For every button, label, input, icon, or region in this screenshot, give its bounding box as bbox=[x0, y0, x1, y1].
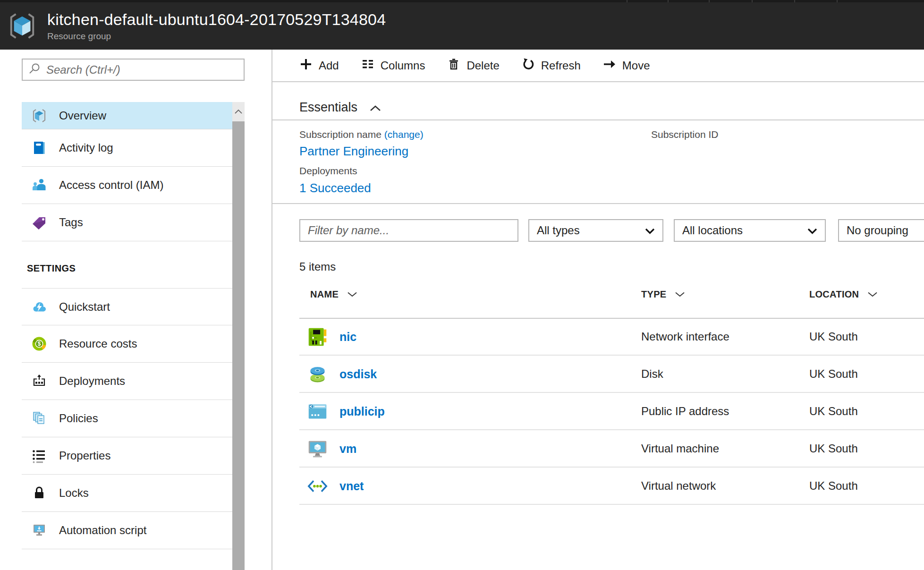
divider bbox=[272, 119, 924, 120]
essentials-toggle[interactable]: Essentials bbox=[299, 95, 381, 119]
columns-icon bbox=[361, 58, 374, 74]
column-header-location[interactable]: LOCATION bbox=[809, 289, 878, 300]
table-row[interactable]: osdisk Disk UK South bbox=[299, 356, 924, 393]
sidebar-item-properties[interactable]: Properties bbox=[22, 437, 233, 475]
type-filter-dropdown[interactable]: All types bbox=[528, 219, 663, 242]
resource-link[interactable]: publicip bbox=[339, 404, 385, 418]
grouping-dropdown[interactable]: No grouping bbox=[838, 219, 924, 242]
trash-icon bbox=[447, 58, 460, 74]
delete-button[interactable]: Delete bbox=[447, 58, 499, 74]
settings-section-header: SETTINGS bbox=[27, 263, 76, 274]
chevron-up-icon bbox=[370, 100, 381, 115]
sidebar-item-automation-script[interactable]: Automation script bbox=[22, 512, 233, 549]
resource-costs-icon: $ bbox=[32, 336, 47, 351]
subscription-name-label: Subscription name (change) bbox=[299, 129, 424, 140]
table-row[interactable]: nic Network interface UK South bbox=[299, 318, 924, 356]
resource-link[interactable]: vnet bbox=[339, 479, 364, 493]
sidebar-item-resource-costs[interactable]: $ Resource costs bbox=[22, 325, 233, 363]
column-header-name[interactable]: NAME bbox=[310, 289, 357, 300]
blade-sidebar: Overview Activity log Acc bbox=[0, 50, 272, 570]
sidebar-item-label: Activity log bbox=[59, 141, 113, 154]
divider bbox=[272, 203, 924, 204]
add-button[interactable]: Add bbox=[299, 58, 339, 74]
resource-location: UK South bbox=[809, 367, 858, 381]
lock-icon bbox=[32, 485, 47, 501]
sidebar-item-policies[interactable]: Policies bbox=[22, 400, 233, 437]
sidebar-item-label: Tags bbox=[59, 216, 83, 229]
refresh-button[interactable]: Refresh bbox=[522, 58, 581, 74]
refresh-icon bbox=[522, 58, 535, 74]
sidebar-item-tags[interactable]: Tags bbox=[22, 204, 233, 241]
delete-label: Delete bbox=[466, 59, 499, 72]
page-subtitle: Resource group bbox=[47, 31, 386, 42]
deployments-link[interactable]: 1 Succeeded bbox=[299, 181, 371, 196]
filter-by-name-input[interactable] bbox=[299, 219, 518, 242]
move-button[interactable]: Move bbox=[603, 58, 650, 74]
add-label: Add bbox=[319, 59, 339, 72]
sidebar-item-access-control[interactable]: Access control (IAM) bbox=[22, 167, 233, 204]
sort-chevron-icon bbox=[867, 292, 878, 297]
sidebar-search bbox=[22, 59, 245, 81]
sidebar-item-overview[interactable]: Overview bbox=[22, 102, 233, 129]
chevron-down-icon bbox=[807, 224, 817, 237]
deployments-icon bbox=[32, 374, 47, 389]
sidebar-item-label: Access control (IAM) bbox=[59, 179, 163, 192]
sidebar-item-quickstart[interactable]: Quickstart bbox=[22, 288, 233, 325]
resource-location: UK South bbox=[809, 330, 858, 343]
sidebar-item-label: Quickstart bbox=[59, 300, 110, 314]
sidebar-scrollbar[interactable] bbox=[232, 102, 245, 570]
arrow-right-icon bbox=[603, 58, 616, 74]
table-row[interactable]: vm Virtual machine UK South bbox=[299, 430, 924, 468]
resource-location: UK South bbox=[809, 479, 858, 493]
sidebar-item-label: Automation script bbox=[59, 524, 146, 537]
sidebar-item-label: Resource costs bbox=[59, 337, 137, 350]
scrollbar-thumb[interactable] bbox=[232, 121, 245, 570]
columns-button[interactable]: Columns bbox=[361, 58, 425, 74]
change-subscription-link[interactable]: (change) bbox=[384, 129, 424, 140]
resource-type: Public IP address bbox=[641, 405, 729, 418]
resource-link[interactable]: osdisk bbox=[339, 367, 377, 381]
sidebar-item-label: Locks bbox=[59, 486, 89, 500]
subscription-id-label: Subscription ID bbox=[651, 129, 718, 140]
properties-list-icon bbox=[32, 448, 47, 463]
search-input[interactable] bbox=[46, 63, 238, 77]
overview-icon bbox=[32, 108, 47, 123]
resource-type: Disk bbox=[641, 367, 663, 381]
resource-link[interactable]: vm bbox=[339, 442, 356, 455]
blade-header: kitchen-default-ubuntu1604-20170529T1348… bbox=[0, 0, 924, 50]
table-row[interactable]: vnet Virtual network UK South bbox=[299, 468, 924, 505]
disk-icon bbox=[307, 364, 328, 385]
svg-text:$: $ bbox=[38, 340, 41, 347]
virtual-machine-icon bbox=[307, 438, 328, 459]
tag-icon bbox=[32, 215, 47, 230]
virtual-network-icon bbox=[307, 476, 328, 497]
location-filter-dropdown[interactable]: All locations bbox=[674, 219, 826, 242]
resource-location: UK South bbox=[809, 405, 858, 418]
resource-group-icon bbox=[8, 11, 37, 41]
sidebar-item-deployments[interactable]: Deployments bbox=[22, 363, 233, 400]
sidebar-item-label: Deployments bbox=[59, 374, 125, 388]
essentials-label: Essentials bbox=[299, 100, 357, 115]
sidebar-item-locks[interactable]: Locks bbox=[22, 475, 233, 512]
column-header-type[interactable]: TYPE bbox=[641, 289, 685, 300]
search-icon bbox=[28, 63, 41, 77]
sidebar-item-label: Policies bbox=[59, 412, 98, 425]
sidebar-item-activity-log[interactable]: Activity log bbox=[22, 129, 233, 167]
location-filter-value: All locations bbox=[682, 224, 743, 237]
sidebar-item-label: Overview bbox=[59, 109, 106, 122]
quickstart-icon bbox=[32, 299, 47, 315]
resource-location: UK South bbox=[809, 442, 858, 455]
move-label: Move bbox=[622, 59, 650, 72]
scrollbar-up-button[interactable] bbox=[232, 102, 245, 121]
subscription-name-link[interactable]: Partner Engineering bbox=[299, 144, 408, 159]
table-row[interactable]: publicip Public IP address UK South bbox=[299, 393, 924, 430]
public-ip-icon bbox=[307, 401, 328, 422]
sort-chevron-icon bbox=[347, 292, 357, 297]
page-title: kitchen-default-ubuntu1604-20170529T1348… bbox=[47, 10, 386, 29]
deployments-label: Deployments bbox=[299, 165, 357, 177]
policies-icon bbox=[32, 411, 47, 426]
grouping-value: No grouping bbox=[847, 224, 908, 237]
divider bbox=[272, 81, 924, 82]
resource-link[interactable]: nic bbox=[339, 330, 356, 343]
resource-type: Virtual machine bbox=[641, 442, 719, 455]
